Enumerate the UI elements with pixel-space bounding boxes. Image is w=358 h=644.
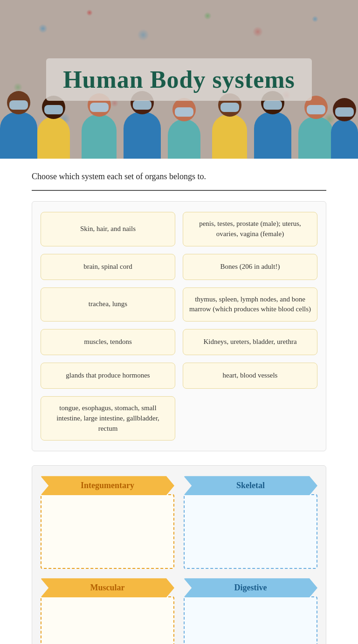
person-6 xyxy=(212,93,247,159)
drag-item-7[interactable]: muscles, tendons xyxy=(41,329,175,355)
drop-zones-container: Integumentary Skeletal Muscular Digestiv… xyxy=(32,465,326,644)
person-4 xyxy=(124,91,161,159)
drop-zone-digestive-label: Digestive xyxy=(184,578,317,597)
person-2 xyxy=(37,96,70,159)
drop-zone-muscular-wrapper: Muscular xyxy=(41,578,174,644)
drag-item-10[interactable]: heart, blood vessels xyxy=(183,363,317,389)
drag-item-2[interactable]: penis, testes, prostate (male); uterus, … xyxy=(183,212,317,246)
drag-item-3[interactable]: brain, spinal cord xyxy=(41,254,175,280)
drop-zone-skeletal-wrapper: Skeletal xyxy=(184,476,317,569)
person-5 xyxy=(168,98,200,159)
drop-area-skeletal[interactable] xyxy=(184,494,317,569)
person-8 xyxy=(298,96,333,159)
drop-zone-integumentary-wrapper: Integumentary xyxy=(41,476,174,569)
instruction-text: Choose which system each set of organs b… xyxy=(32,172,326,182)
drop-area-integumentary[interactable] xyxy=(41,494,174,569)
drag-item-4[interactable]: Bones (206 in adult!) xyxy=(183,254,317,280)
person-9 xyxy=(331,98,358,159)
drop-zone-integumentary-label: Integumentary xyxy=(41,476,174,495)
drag-items-container: Skin, hair, and nails penis, testes, pro… xyxy=(32,201,326,451)
drag-item-5[interactable]: trachea, lungs xyxy=(41,287,175,322)
drag-item-9[interactable]: glands that produce hormones xyxy=(41,363,175,389)
drag-item-8[interactable]: Kidneys, ureters, bladder, urethra xyxy=(183,329,317,355)
drop-area-digestive[interactable] xyxy=(184,596,317,644)
hero-title-box: Human Body systems xyxy=(46,58,312,101)
drop-zone-muscular-label: Muscular xyxy=(41,578,174,597)
person-7 xyxy=(254,91,291,159)
person-3 xyxy=(82,93,117,159)
page-title: Human Body systems xyxy=(63,66,295,93)
drag-item-11[interactable]: tongue, esophagus, stomach, small intest… xyxy=(41,396,175,441)
drop-zone-skeletal-label: Skeletal xyxy=(184,476,317,495)
hero-banner: Human Body systems xyxy=(0,0,358,159)
content-area: Choose which system each set of organs b… xyxy=(0,159,358,644)
divider xyxy=(32,190,326,191)
drag-item-6[interactable]: thymus, spleen, lymph nodes, and bone ma… xyxy=(183,287,317,322)
drop-zone-digestive-wrapper: Digestive xyxy=(184,578,317,644)
person-1 xyxy=(0,91,37,159)
drag-item-1[interactable]: Skin, hair, and nails xyxy=(41,212,175,246)
drop-area-muscular[interactable] xyxy=(41,596,174,644)
